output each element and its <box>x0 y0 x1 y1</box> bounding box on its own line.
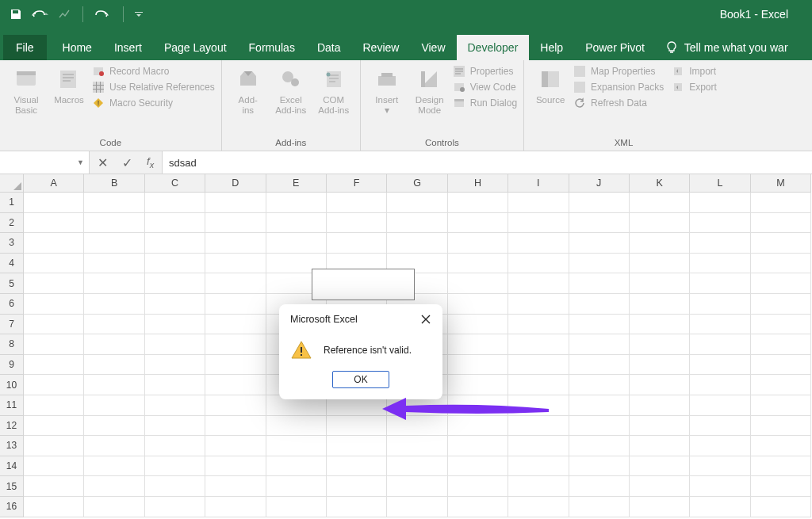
column-header[interactable]: C <box>145 174 205 193</box>
import-button[interactable]: Import <box>672 65 717 78</box>
tab-home[interactable]: Home <box>52 35 103 60</box>
row-header[interactable]: 13 <box>0 436 24 456</box>
cell[interactable] <box>751 456 811 477</box>
row-header[interactable]: 15 <box>0 476 24 497</box>
cell[interactable] <box>751 355 811 376</box>
cell[interactable] <box>327 436 387 456</box>
cell[interactable] <box>387 233 447 254</box>
cell[interactable] <box>508 315 569 335</box>
cell[interactable] <box>24 233 84 254</box>
properties-button[interactable]: Properties <box>453 65 517 78</box>
cell[interactable] <box>630 476 690 497</box>
row-header[interactable]: 3 <box>0 233 24 254</box>
cell[interactable] <box>84 395 144 416</box>
cell[interactable] <box>145 375 205 395</box>
row-header[interactable]: 10 <box>0 375 24 395</box>
cell[interactable] <box>508 193 569 213</box>
cell[interactable] <box>690 334 750 355</box>
cell[interactable] <box>690 254 750 274</box>
cell[interactable] <box>751 476 811 497</box>
tab-data[interactable]: Data <box>306 35 352 60</box>
column-header[interactable]: B <box>84 174 144 193</box>
row-header[interactable]: 16 <box>0 497 24 517</box>
cell[interactable] <box>24 497 84 517</box>
cell[interactable] <box>84 436 144 456</box>
cell[interactable] <box>84 355 144 376</box>
cell[interactable] <box>24 334 84 355</box>
cell[interactable] <box>145 395 205 416</box>
cell[interactable] <box>569 273 630 294</box>
cell[interactable] <box>508 254 569 274</box>
insert-control-button[interactable]: Insert▾ <box>367 63 407 116</box>
cell[interactable] <box>205 294 266 315</box>
column-header[interactable]: G <box>387 174 447 193</box>
row-header[interactable]: 4 <box>0 254 24 274</box>
cell[interactable] <box>751 497 811 517</box>
cell[interactable] <box>630 213 690 234</box>
cell[interactable] <box>751 375 811 395</box>
cell[interactable] <box>84 193 144 213</box>
cell[interactable] <box>266 476 327 497</box>
cell[interactable] <box>569 476 630 497</box>
cell[interactable] <box>448 315 508 335</box>
cell[interactable] <box>630 233 690 254</box>
cell[interactable] <box>387 436 447 456</box>
column-header[interactable]: D <box>205 174 266 193</box>
tell-me-search[interactable]: Tell me what you war <box>656 35 798 60</box>
tab-formulas[interactable]: Formulas <box>238 35 306 60</box>
cell[interactable] <box>448 395 508 416</box>
cell[interactable] <box>508 334 569 355</box>
cell[interactable] <box>448 273 508 294</box>
cell[interactable] <box>630 375 690 395</box>
cell[interactable] <box>266 497 327 517</box>
tab-review[interactable]: Review <box>352 35 411 60</box>
cell[interactable] <box>24 273 84 294</box>
cell[interactable] <box>448 436 508 456</box>
cell[interactable] <box>24 476 84 497</box>
cell[interactable] <box>690 497 750 517</box>
cell[interactable] <box>690 213 750 234</box>
select-all-corner[interactable] <box>0 174 24 193</box>
cell[interactable] <box>387 193 447 213</box>
cell[interactable] <box>690 233 750 254</box>
cell[interactable] <box>84 456 144 477</box>
cell[interactable] <box>145 416 205 437</box>
cell[interactable] <box>751 294 811 315</box>
cell[interactable] <box>387 476 447 497</box>
cell[interactable] <box>84 213 144 234</box>
cell[interactable] <box>145 355 205 376</box>
cell[interactable] <box>145 254 205 274</box>
cell[interactable] <box>145 213 205 234</box>
cell[interactable] <box>448 355 508 376</box>
row-header[interactable]: 1 <box>0 193 24 213</box>
cell[interactable] <box>145 233 205 254</box>
tab-insert[interactable]: Insert <box>103 35 153 60</box>
com-addins-button[interactable]: COM Add-ins <box>314 63 354 116</box>
cell[interactable] <box>508 476 569 497</box>
cell[interactable] <box>508 456 569 477</box>
cell[interactable] <box>145 294 205 315</box>
record-macro-button[interactable]: Record Macro <box>92 65 215 78</box>
macro-security-button[interactable]: !Macro Security <box>92 97 215 109</box>
cell[interactable] <box>205 395 266 416</box>
source-button[interactable]: Source <box>530 63 570 105</box>
row-header[interactable]: 9 <box>0 355 24 376</box>
tab-page-layout[interactable]: Page Layout <box>153 35 238 60</box>
cell[interactable] <box>448 334 508 355</box>
cell[interactable] <box>24 213 84 234</box>
cell[interactable] <box>205 476 266 497</box>
cell[interactable] <box>630 497 690 517</box>
row-header[interactable]: 2 <box>0 213 24 234</box>
close-icon[interactable] <box>419 312 433 326</box>
cell[interactable] <box>630 355 690 376</box>
addins-button[interactable]: Add- ins <box>228 63 268 116</box>
tab-developer[interactable]: Developer <box>457 35 530 60</box>
cell[interactable] <box>205 416 266 437</box>
column-header[interactable]: M <box>751 174 811 193</box>
column-header[interactable]: E <box>266 174 327 193</box>
cell[interactable] <box>84 233 144 254</box>
cell[interactable] <box>508 497 569 517</box>
cell[interactable] <box>751 315 811 335</box>
cell[interactable] <box>508 375 569 395</box>
enter-formula-icon[interactable]: ✓ <box>122 155 132 170</box>
